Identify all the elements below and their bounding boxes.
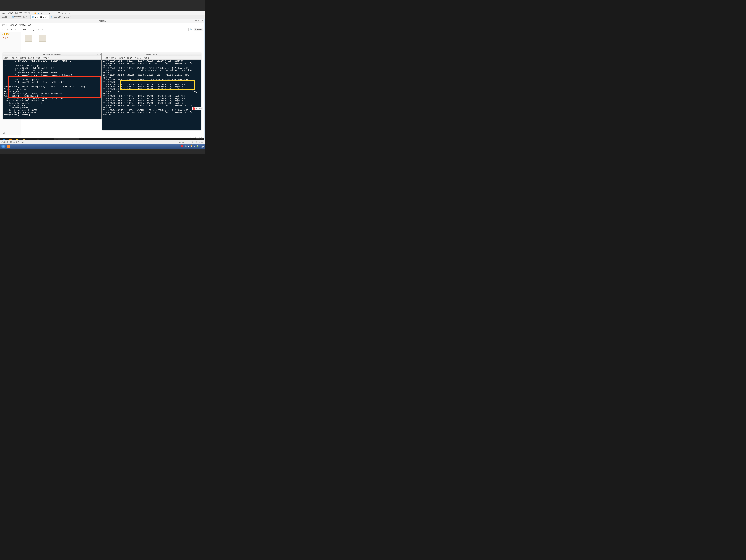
terminal-menu-item[interactable]: 文件(F)	[104, 57, 110, 59]
tray-icon[interactable]: 🔊	[184, 145, 186, 147]
search-input[interactable]	[163, 28, 189, 31]
fm-status-bar: 2 项	[0, 131, 204, 135]
terminal-title: cring@Kylin: ~/rcddata	[43, 54, 61, 56]
terminal-output[interactable]: 11:09:22.384513 IP 192.168.4.8.4001 > 19…	[103, 60, 201, 130]
terminal-menu-item[interactable]: 帮助(H)	[143, 57, 149, 59]
vm-tab-label: 主页	[3, 16, 7, 18]
host-taskbar: CH S 🔊 ▲ 🈺 🖧 🔋 11:1 2023/	[0, 144, 205, 149]
ime-indicator[interactable]: CH	[178, 145, 180, 147]
tray-icon[interactable]: 🈺	[190, 145, 193, 147]
vm-tab-label: Fedora 64 位 (2)	[14, 16, 27, 18]
fm-titlebar[interactable]: rcddata — ▢ ✕	[0, 19, 204, 23]
system-clock[interactable]: 11:1 2023/	[200, 144, 204, 148]
tray-icon[interactable]: 🖧	[194, 145, 195, 147]
advanced-search-button[interactable]: 高级搜索	[194, 28, 203, 31]
fm-title: rcddata	[99, 20, 106, 22]
nav-back-icon[interactable]: ←	[2, 28, 4, 31]
vmware-menu-item[interactable]: 机(M)	[8, 12, 13, 14]
terminal-title: cring@Kylin: ~	[146, 54, 157, 56]
fm-menu-bar: 文件(F) 编辑(E) 查看(V) 工具(T)	[0, 23, 204, 27]
clock-date: 2023/	[200, 146, 204, 148]
close-icon[interactable]: ×	[28, 16, 29, 18]
vm-tab-label: Fedora 64 ysyz new	[53, 16, 69, 18]
ime-float-bar[interactable]: S 英 ♪ ⊞ ⟳ ,	[192, 107, 203, 110]
terminal-menu-item[interactable]: 查看(V)	[119, 57, 125, 59]
terminal-right: cring@Kylin: ~ — ▢ ✕ 文件(F) 编辑(E) 查看(V) 搜…	[102, 53, 201, 130]
sidebar-favorites[interactable]: ★收藏夹	[2, 33, 20, 36]
minimize-icon[interactable]: —	[192, 53, 194, 55]
vm-tab-active[interactable]: ▣ Kylin4.0.2-chs ×	[31, 15, 49, 19]
fm-menu-item[interactable]: 编辑(E)	[10, 24, 17, 26]
fm-menu-item[interactable]: 工具(T)	[28, 24, 34, 26]
os-icon: ▣	[51, 16, 52, 18]
fm-menu-item[interactable]: 查看(V)	[19, 24, 26, 26]
terminal-output[interactable]: UP BROADCAST RUNNING MULTICAST MTU:1500 …	[3, 60, 102, 119]
play-icon[interactable]: ▸	[38, 12, 39, 14]
vmware-tab-bar: ⌂ 主页 × ▣ Fedora 64 位 (2) × ▣ Kylin4.0.2-…	[0, 15, 205, 19]
vm-tab[interactable]: ▣ Fedora 64 位 (2) ×	[10, 15, 31, 19]
terminal-left: cring@Kylin: ~/rcddata — ▢ ✕ 文件(F) 编辑(E)…	[3, 53, 102, 119]
close-icon[interactable]: ✕	[199, 53, 200, 55]
snapshot-icon[interactable]: ⎌	[46, 12, 47, 14]
maximize-icon[interactable]: ▢	[198, 19, 200, 22]
nav-dropdown-icon[interactable]: ▾	[10, 28, 13, 31]
close-icon[interactable]: ✕	[99, 53, 101, 55]
pause-icon[interactable]: ▮▮	[34, 12, 36, 14]
terminal-menu-item[interactable]: 帮助(H)	[44, 57, 49, 59]
vmware-menu-item[interactable]: 选项卡(T)	[15, 12, 22, 14]
terminal-menu-item[interactable]: 编辑(E)	[112, 57, 117, 59]
vm-tab-label: Kylin4.0.2-chs	[34, 16, 46, 18]
close-icon[interactable]: ×	[69, 16, 70, 18]
toolbar-icon[interactable]: ▭	[62, 12, 63, 14]
vmware-toolbar: station 机(M) 选项卡(T) 帮助(H) ▮▮ ▸ ▾ ⎌ ⧉ ⊞ ⛶…	[0, 11, 205, 15]
fullscreen-icon[interactable]: ⛶	[58, 12, 60, 14]
close-icon[interactable]: ✕	[202, 19, 203, 22]
tray-icon[interactable]: 🔋	[196, 145, 199, 147]
terminal-menu-item[interactable]: 查看(V)	[20, 57, 26, 59]
close-icon[interactable]: ×	[46, 16, 47, 18]
guest-desktop: rcddata — ▢ ✕ 文件(F) 编辑(E) 查看(V) 工具(T) ← …	[0, 19, 204, 142]
terminal-menu-item[interactable]: 文件(F)	[4, 57, 10, 59]
terminal-menu-item[interactable]: 终端(T)	[135, 57, 141, 59]
vmware-taskbar-icon[interactable]	[7, 145, 10, 148]
dropdown-icon[interactable]: ▾	[41, 12, 42, 14]
windows-start-icon[interactable]	[1, 145, 6, 148]
terminal-menu-item[interactable]: 搜索(S)	[127, 57, 133, 59]
fm-nav-bar: ← → ▾ ↻ home cring rcddata 🔍 高级搜索	[0, 27, 204, 32]
file-icon	[39, 34, 46, 41]
breadcrumb-item[interactable]: home	[23, 28, 28, 31]
breadcrumb-item[interactable]: cring	[30, 28, 34, 31]
close-icon[interactable]: ×	[7, 16, 8, 18]
home-icon: ⌂	[2, 16, 3, 18]
tray-icon[interactable]: ▲	[188, 145, 190, 147]
sogou-icon[interactable]: S	[181, 145, 183, 147]
terminal-titlebar[interactable]: cring@Kylin: ~/rcddata — ▢ ✕	[3, 53, 102, 56]
terminal-titlebar[interactable]: cring@Kylin: ~ — ▢ ✕	[103, 53, 201, 56]
toolbar-icon[interactable]: ⤢	[65, 12, 67, 14]
vmware-menu-item[interactable]: 帮助(H)	[24, 12, 30, 14]
vmware-hint: 从虚拟机中移出或按 Ctrl+Alt。	[1, 141, 25, 143]
terminal-menu-item[interactable]: 搜索(S)	[28, 57, 34, 59]
mouse-cursor-icon: ↖	[190, 116, 191, 119]
terminal-menu-item[interactable]: 终端(T)	[36, 57, 41, 59]
breadcrumb-item[interactable]: rcddata	[36, 28, 42, 31]
minimize-icon[interactable]: —	[195, 19, 197, 22]
vm-tab[interactable]: ▣ Fedora 64 ysyz new ×	[49, 15, 73, 19]
nav-forward-icon[interactable]: →	[6, 28, 9, 31]
vmware-status-bar: 从虚拟机中移出或按 Ctrl+Alt。 ▣ ▣ ⊘ ⊞ ⚙ ⎙ ⌂ ⧉	[0, 140, 205, 144]
maximize-icon[interactable]: ▢	[196, 53, 197, 55]
maximize-icon[interactable]: ▢	[96, 53, 98, 55]
sidebar-desktop[interactable]: ■ 桌面	[3, 36, 20, 39]
terminal-menu-item[interactable]: 编辑(E)	[12, 57, 18, 59]
vmware-device-icons[interactable]: ▣ ▣ ⊘ ⊞ ⚙ ⎙ ⌂ ⧉	[179, 141, 203, 143]
ime-label: 英 ♪ ⊞ ⟳ ,	[195, 108, 202, 110]
vm-tab-home[interactable]: ⌂ 主页 ×	[0, 15, 10, 19]
toolbar-icon[interactable]: ⎘	[68, 12, 70, 14]
minimize-icon[interactable]: —	[93, 53, 94, 55]
toolbar-icon[interactable]: ⧉	[49, 12, 51, 14]
fm-menu-item[interactable]: 文件(F)	[2, 24, 8, 26]
vmware-menu-item: station	[1, 12, 6, 14]
search-icon[interactable]: 🔍	[190, 28, 192, 31]
toolbar-icon[interactable]: ⊞	[52, 12, 54, 14]
nav-reload-icon[interactable]: ↻	[14, 28, 17, 31]
